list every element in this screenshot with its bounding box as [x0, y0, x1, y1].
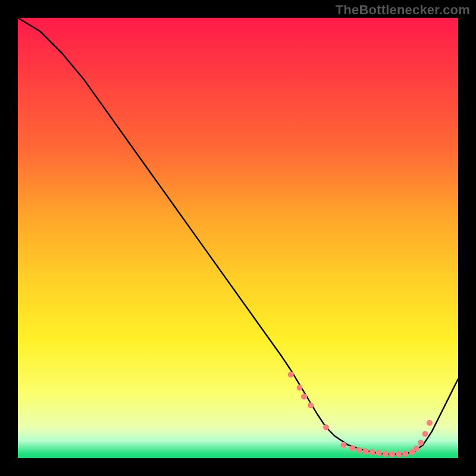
data-point: [396, 451, 402, 457]
data-point: [427, 420, 433, 426]
data-point: [308, 402, 314, 408]
data-point: [383, 450, 389, 456]
data-point: [349, 445, 355, 451]
data-point: [323, 424, 329, 430]
data-point: [414, 446, 419, 452]
data-point: [418, 440, 424, 446]
data-point: [288, 371, 294, 377]
data-point: [297, 385, 303, 391]
plot-area: [18, 18, 458, 458]
chart-frame: TheBottlenecker.com: [0, 0, 476, 476]
data-point: [422, 431, 428, 437]
marked-points-group: [288, 371, 433, 457]
data-point: [402, 450, 408, 456]
data-point: [376, 450, 382, 456]
data-point: [389, 451, 395, 457]
data-point: [363, 448, 369, 454]
attribution-label: TheBottlenecker.com: [336, 2, 470, 18]
bottleneck-curve: [18, 18, 458, 454]
data-point: [369, 449, 375, 455]
data-point: [341, 442, 347, 448]
chart-svg: [18, 18, 458, 458]
data-point: [301, 393, 307, 399]
data-point: [356, 447, 362, 453]
